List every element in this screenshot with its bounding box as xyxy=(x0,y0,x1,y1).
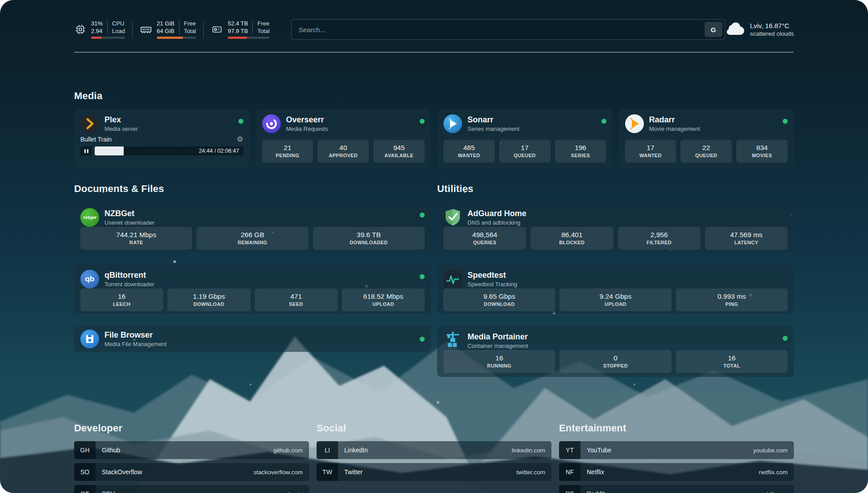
bookmark-abbr: SO xyxy=(74,463,96,481)
section-title-entertainment: Entertainment xyxy=(559,422,794,434)
now-playing-title: Bullet Train xyxy=(80,136,112,143)
adguard-card[interactable]: AdGuard Home DNS and adblocking 498,564Q… xyxy=(437,203,794,252)
stat-box: 16LEECH xyxy=(80,288,163,311)
stat-box: 266 GBREMAINING xyxy=(196,227,308,250)
disk-usage-fill xyxy=(228,37,247,39)
bookmark-name: YouTube xyxy=(587,447,611,454)
ram-labels: Free Total xyxy=(184,20,196,35)
playback-progress-bar[interactable]: 24:44 / 02:06:47 xyxy=(95,146,243,155)
radarr-icon xyxy=(625,114,644,133)
cpu-load-value: 2.94 xyxy=(91,28,103,35)
bookmark-linkedin[interactable]: LI LinkedIn linkedin.com xyxy=(317,441,551,459)
stat-value: 485 xyxy=(445,143,493,152)
bookmark-dev[interactable]: DT DEV dev.to xyxy=(74,485,309,493)
stat-value: 40 xyxy=(319,143,367,152)
stat-box: 86,401BLOCKED xyxy=(530,227,613,250)
speedtest-card[interactable]: Speedtest Speedtest Tracking 9.65 GbpsDO… xyxy=(437,264,794,313)
topbar-divider xyxy=(74,52,794,53)
stat-label: WANTED xyxy=(445,152,493,159)
disk-free-label: Free xyxy=(257,20,269,27)
bookmark-url: stackoverflow.com xyxy=(254,469,303,476)
stat-box: 22QUEUED xyxy=(680,140,732,163)
stat-value: 17 xyxy=(627,143,675,152)
bookmark-netflix[interactable]: NF Netflix netflix.com xyxy=(559,463,794,481)
overseerr-card[interactable]: Overseerr Media Requests 21PENDING 40APP… xyxy=(256,109,431,168)
status-dot xyxy=(783,119,788,124)
bookmark-url: reddit.com xyxy=(760,491,788,493)
stat-box: 834MOVIES xyxy=(736,140,788,163)
plex-card[interactable]: Plex Media server Bullet Train ⚙ 24:4 xyxy=(74,109,250,168)
stat-label: DOWNLOAD xyxy=(445,301,553,308)
stat-value: 266 GB xyxy=(198,230,306,239)
stat-label: DOWNLOAD xyxy=(169,301,248,308)
stat-box: 0STOPPED xyxy=(559,350,671,373)
bookmark-github[interactable]: GH Github github.com xyxy=(74,441,309,459)
bookmark-stackoverflow[interactable]: SO StackOverflow stackoverflow.com xyxy=(74,463,309,481)
app-title: AdGuard Home xyxy=(467,209,526,218)
search-input[interactable] xyxy=(298,25,705,34)
bookmark-youtube[interactable]: YT YouTube youtube.com xyxy=(559,441,794,459)
divider xyxy=(179,20,179,35)
stat-label: SEED xyxy=(257,301,336,308)
stat-label: RATE xyxy=(82,239,190,246)
app-subtitle: Usenet downloader xyxy=(104,219,154,226)
stat-value: 498,564 xyxy=(445,230,524,239)
section-developer: Developer GH Github github.com SO StackO… xyxy=(74,422,309,493)
bookmark-name: Netflix xyxy=(587,468,604,476)
app-title: File Browser xyxy=(104,330,167,340)
stat-label: LEECH xyxy=(82,301,161,308)
media-grid: Plex Media server Bullet Train ⚙ 24:4 xyxy=(74,109,794,168)
bookmark-abbr: RE xyxy=(559,485,580,493)
nzbget-card[interactable]: nzbget NZBGet Usenet downloader 744.21 M… xyxy=(74,203,431,252)
stat-label: MOVIES xyxy=(738,152,786,159)
gear-icon[interactable]: ⚙ xyxy=(237,136,243,143)
ram-total-label: Total xyxy=(184,28,196,35)
bookmark-abbr: TW xyxy=(317,463,338,481)
bookmark-url: linkedin.com xyxy=(512,447,545,454)
section-title-developer: Developer xyxy=(74,422,309,434)
cpu-percent: 31% xyxy=(91,20,103,27)
app-title: Plex xyxy=(104,115,138,125)
radarr-card[interactable]: Radarr Movie management 17WANTED 22QUEUE… xyxy=(619,109,794,168)
stat-box: 1.19 GbpsDOWNLOAD xyxy=(167,288,250,311)
stat-box: 945AVAILABLE xyxy=(373,140,425,163)
ram-total-value: 64 GiB xyxy=(157,28,175,35)
stat-value: 834 xyxy=(738,143,786,152)
bookmark-name: DEV xyxy=(102,490,115,493)
app-subtitle: Media Requests xyxy=(286,125,328,132)
stat-value: 9.24 Gbps xyxy=(561,292,669,301)
pause-button[interactable] xyxy=(80,146,92,155)
app-subtitle: Series management xyxy=(467,125,519,132)
stat-box: 485WANTED xyxy=(443,140,495,163)
app-subtitle: DNS and adblocking xyxy=(467,219,526,226)
bookmark-abbr: YT xyxy=(559,441,580,459)
bookmark-name: StackOverflow xyxy=(102,468,142,476)
qbittorrent-card[interactable]: qb qBittorrent Torrent downloader 16LEEC… xyxy=(74,264,431,313)
stat-box: 0.993 msPING xyxy=(676,288,788,311)
bookmark-name: Github xyxy=(102,447,120,454)
bookmark-twitter[interactable]: TW Twitter twitter.com xyxy=(317,463,551,481)
cpu-labels: CPU Load xyxy=(112,20,125,35)
section-entertainment: Entertainment YT YouTube youtube.com NF … xyxy=(559,422,794,493)
stat-label: STOPPED xyxy=(561,363,669,369)
bookmark-reddit[interactable]: RE Reddit reddit.com xyxy=(559,485,794,493)
portainer-card[interactable]: Media Portainer Container management 16R… xyxy=(437,326,794,377)
stat-label: TOTAL xyxy=(678,363,786,369)
top-bar: 31% 2.94 CPU Load xyxy=(74,0,794,44)
stat-label: UPLOAD xyxy=(344,301,423,308)
stat-value: 618.52 Mbps xyxy=(344,292,423,301)
stat-value: 0.993 ms xyxy=(678,292,786,301)
weather-widget[interactable]: Lviv, 16.87°C scattered clouds xyxy=(725,21,794,38)
stat-value: 39.6 TB xyxy=(315,230,423,239)
filebrowser-card[interactable]: File Browser Media File Management xyxy=(74,326,431,352)
bookmark-abbr: DT xyxy=(74,485,96,493)
stat-label: PENDING xyxy=(264,152,312,159)
sonarr-card[interactable]: Sonarr Series management 485WANTED 17QUE… xyxy=(437,109,613,168)
status-dot xyxy=(238,119,243,124)
cpu-icon xyxy=(74,23,87,36)
search-engine-button[interactable]: G xyxy=(705,22,722,37)
weather-location: Lviv, 16.87°C xyxy=(750,22,794,29)
stat-label: APPROVED xyxy=(319,152,367,159)
cpu-usage-fill xyxy=(91,37,102,39)
stat-label: SERIES xyxy=(557,152,605,159)
